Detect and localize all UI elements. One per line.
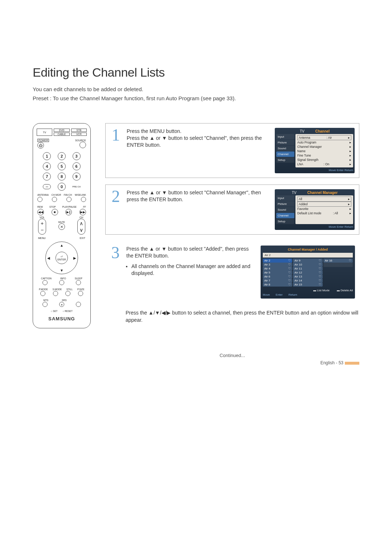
remote-dev-vcr: VCR xyxy=(71,133,87,136)
remote-btn xyxy=(53,291,58,296)
osd-row: Favorite xyxy=(297,207,309,211)
remote-caption: CAPTION xyxy=(41,277,52,280)
remote-info: INFO xyxy=(60,277,66,280)
remote-dash: – xyxy=(43,184,51,189)
osd-current-channel: Air 2 xyxy=(263,253,353,258)
remote-func-btn xyxy=(52,197,57,202)
remote-btn xyxy=(76,280,81,285)
osd-tab-input: Input xyxy=(276,134,294,139)
remote-num-6: 6 xyxy=(73,162,81,170)
osd-ch-cell: Air 10♡ xyxy=(293,263,322,267)
osd-tv-label: TV xyxy=(300,129,305,133)
remote-dev-tv: TV xyxy=(37,129,52,136)
osd-tab-sound: Sound xyxy=(276,207,294,212)
vol-rocker: +− xyxy=(38,219,46,235)
continued-label: Continued... xyxy=(105,353,359,358)
osd-row: Fine Tune xyxy=(297,154,311,157)
plus-icon: + xyxy=(41,220,44,226)
osd-row: Channel Manager xyxy=(297,145,322,149)
heart-icon: ♡ xyxy=(288,259,291,262)
step-text: Press the MENU button. Press the ▲ or ▼ … xyxy=(127,128,271,149)
samsung-logo: SAMSUNG xyxy=(37,316,87,321)
osd-row: Default List mode xyxy=(297,211,321,215)
heart-icon: ♡ xyxy=(288,283,291,286)
mute-icon: ✕ xyxy=(58,223,65,230)
remote-dev-cable: CABLE xyxy=(54,133,69,136)
osd-title: Channel Manager xyxy=(307,191,338,195)
remote-func-btn xyxy=(81,197,86,202)
osd-ch-cell: Air 7♡ xyxy=(263,279,292,283)
remote-btn xyxy=(76,302,81,307)
step-number: 1 xyxy=(109,128,123,142)
remote-trans-rew-label: REW xyxy=(37,206,43,208)
remote-menu-label: MENU xyxy=(38,237,46,239)
osd-ch-cell: Air 11♡ xyxy=(293,267,322,271)
dpad: ▲ ▼ ◀ ▶ ⏎ENTER xyxy=(45,242,78,274)
source-button xyxy=(79,142,86,148)
remote-num-2: 2 xyxy=(58,152,66,160)
osd-ch-cell: Air 4♡ xyxy=(263,267,292,271)
heart-icon: ♡ xyxy=(288,263,291,266)
osd-listmode: List Mode xyxy=(313,289,330,292)
chevron-right-icon: ▸ xyxy=(350,158,351,162)
osd-ch-cell: Air 6♡ xyxy=(263,275,292,279)
remote-num-5: 5 xyxy=(58,162,66,170)
osd-tv-label: TV xyxy=(292,191,297,195)
chevron-right-icon: ▸ xyxy=(348,136,350,139)
osd-tab-input: Input xyxy=(276,195,294,201)
osd-row-val: : Air xyxy=(327,136,332,139)
osd-title: Channel Manager / Added xyxy=(263,248,353,251)
heart-icon: ♡ xyxy=(319,259,321,262)
stop-icon: ■ xyxy=(52,209,58,215)
remote-vol-label: VOL xyxy=(40,216,45,219)
step-text: Press the ▲ or ▼ button to select "Added… xyxy=(126,246,257,277)
osd-channel-menu: TVChannel Input Picture Sound Channel Se… xyxy=(275,128,355,173)
remote-btn: ● xyxy=(59,302,64,307)
heart-icon: ♡ xyxy=(288,279,291,282)
heart-icon: ♡ xyxy=(319,263,321,266)
step-number: 3 xyxy=(108,246,123,260)
osd-tab-channel: Channel xyxy=(276,151,294,157)
chevron-right-icon: ▸ xyxy=(350,207,351,211)
remote-num-1: 1 xyxy=(43,152,51,160)
remote-pmode: P.MODE xyxy=(39,288,48,291)
minus-icon: − xyxy=(41,227,44,233)
remote-btn xyxy=(59,280,64,285)
page-title: Editing the Channel Lists xyxy=(33,65,359,80)
osd-footer: Move Enter Return xyxy=(276,167,353,172)
osd-row: LNA xyxy=(297,162,303,166)
heart-icon: ♡ xyxy=(288,271,291,274)
remote-num-7: 7 xyxy=(43,173,51,181)
remote-btn xyxy=(42,280,48,285)
remote-sleep: SLEEP xyxy=(75,277,82,280)
remote-func-antenna: ANTENNA xyxy=(37,194,49,196)
osd-deleteall: Delete All xyxy=(337,289,353,292)
heart-icon: ♡ xyxy=(288,275,291,278)
chevron-right-icon: ▸ xyxy=(350,154,351,157)
step-3: 3 Press the ▲ or ▼ button to select "Add… xyxy=(105,241,359,303)
osd-ch-cell: Air 13♡ xyxy=(293,275,322,279)
chevron-right-icon: ▸ xyxy=(350,141,351,144)
remote-btn xyxy=(65,291,70,296)
step-2: 2 Press the ▲ or ▼ button to select "Cha… xyxy=(105,185,359,235)
osd-ch-cell: Air 15♡ xyxy=(293,283,322,287)
remote-btn xyxy=(78,291,83,296)
power-icon: ⏻ xyxy=(37,142,44,149)
osd-ch-cell: Air 3♡ xyxy=(263,263,292,267)
remote-reset: ○ RESET xyxy=(62,310,72,312)
remote-trans-play-label: PLAY/PAUSE xyxy=(62,206,77,208)
intro-line-1: You can edit channels to be added or del… xyxy=(33,86,359,92)
osd-footer: Move Enter Return xyxy=(276,224,353,228)
osd-ch-cell: Air 9♡ xyxy=(293,259,322,263)
remote-func-btn xyxy=(66,197,72,202)
remote-source-label: SOURCE xyxy=(75,139,86,142)
osd-ch-cell xyxy=(323,266,353,267)
osd-ch-cell: Air 12♡ xyxy=(293,271,322,275)
remote-set: ○ SET xyxy=(51,310,57,312)
remote-num-3: 3 xyxy=(73,152,81,160)
osd-row: Antenna xyxy=(299,136,310,139)
play-pause-icon: ▶‖ xyxy=(65,209,72,215)
page-footer: English - 53 xyxy=(320,360,359,365)
remote-btn xyxy=(40,291,45,296)
osd-foot-enter: Enter xyxy=(276,293,283,296)
